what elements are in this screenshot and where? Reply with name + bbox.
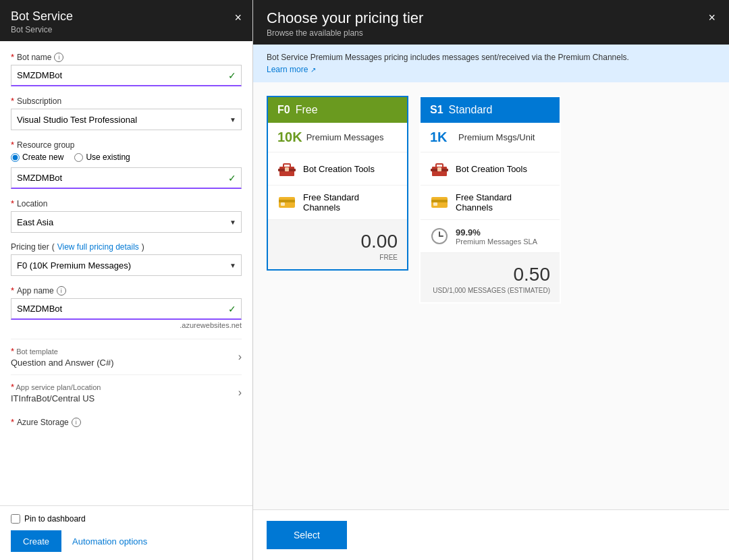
f0-channels-icon — [277, 193, 296, 212]
f0-name-label: Free — [296, 104, 318, 116]
s1-bot-creation-tools: Bot Creation Tools — [421, 152, 560, 186]
create-new-radio[interactable] — [11, 153, 20, 162]
app-service-plan-label: * App service plan/Location — [11, 382, 101, 392]
s1-channels-feature: Free Standard Channels — [421, 186, 560, 220]
resource-group-radio-group: Create new Use existing — [11, 152, 242, 162]
left-panel-subtitle: Bot Service — [11, 25, 73, 34]
svg-rect-5 — [279, 200, 295, 202]
create-new-radio-label[interactable]: Create new — [11, 152, 63, 162]
right-footer: Select — [253, 509, 729, 560]
required-star: * — [11, 52, 14, 62]
use-existing-radio-label[interactable]: Use existing — [74, 152, 130, 162]
bot-name-input[interactable] — [11, 65, 242, 86]
automation-options-button[interactable]: Automation options — [72, 536, 147, 547]
pricing-tier-link[interactable]: View full pricing details — [57, 242, 139, 252]
app-service-plan-left: * App service plan/Location ITInfraBot/C… — [11, 382, 101, 403]
bot-template-label: * Bot template — [11, 346, 113, 356]
info-banner: Bot Service Premium Messages pricing inc… — [253, 45, 729, 82]
pricing-tier-select-wrapper: F0 (10K Premium Messages) S1 (Standard) … — [11, 254, 242, 276]
right-panel: Choose your pricing tier Browse the avai… — [253, 0, 729, 560]
bot-template-left: * Bot template Question and Answer (C#) — [11, 346, 113, 368]
left-panel: Bot Service Bot Service × * Bot name i ✓… — [0, 0, 253, 560]
f0-card[interactable]: F0 Free 10K Premium Messages Bot Creatio… — [267, 96, 408, 271]
left-form-body: * Bot name i ✓ * Subscription Visual Stu… — [0, 41, 252, 505]
s1-price-unit: USD/1,000 MESSAGES (ESTIMATED) — [430, 287, 550, 294]
svg-rect-10 — [437, 167, 441, 171]
right-header-content: Choose your pricing tier Browse the avai… — [267, 9, 423, 38]
s1-name-label: Standard — [449, 104, 493, 116]
right-panel-title: Choose your pricing tier — [267, 9, 423, 27]
s1-toolbox-icon — [430, 159, 449, 178]
app-name-check-icon: ✓ — [228, 304, 236, 314]
s1-premium-badge: 1K — [430, 130, 454, 145]
bot-name-check-icon: ✓ — [228, 70, 236, 81]
footer-buttons: Create Automation options — [11, 530, 242, 552]
app-name-input[interactable] — [11, 298, 242, 320]
bot-name-group: * Bot name i ✓ — [11, 52, 242, 86]
left-panel-title: Bot Service — [11, 9, 73, 24]
bot-name-input-wrapper: ✓ — [11, 65, 242, 86]
s1-sla-text: 99.9% Premium Messages SLA — [456, 227, 537, 246]
app-service-plan-row[interactable]: * App service plan/Location ITInfraBot/C… — [11, 374, 242, 410]
select-button[interactable]: Select — [267, 521, 347, 549]
pricing-tier-select[interactable]: F0 (10K Premium Messages) S1 (Standard) — [11, 254, 242, 276]
left-close-button[interactable]: × — [234, 11, 242, 25]
bot-template-value: Question and Answer (C#) — [11, 358, 113, 368]
s1-premium-label: Premium Msgs/Unit — [458, 132, 535, 142]
f0-toolbox-icon — [277, 159, 296, 178]
create-button[interactable]: Create — [11, 530, 61, 552]
app-name-suffix: .azurewebsites.net — [11, 321, 242, 329]
pricing-tier-label: Pricing tier ( View full pricing details… — [11, 242, 242, 252]
s1-channels-label: Free Standard Channels — [456, 192, 550, 213]
app-name-label: * App name i — [11, 285, 242, 296]
pin-to-dashboard-label: Pin to dashboard — [24, 514, 86, 524]
s1-card-header: S1 Standard — [421, 97, 560, 123]
s1-card[interactable]: S1 Standard 1K Premium Msgs/Unit Bot Cre… — [419, 96, 561, 304]
svg-rect-1 — [284, 164, 290, 167]
svg-rect-8 — [436, 164, 443, 167]
bot-template-row[interactable]: * Bot template Question and Answer (C#) … — [11, 339, 242, 374]
f0-channels-feature: Free Standard Channels — [268, 186, 407, 220]
resource-group-input-wrapper: ✓ — [11, 167, 242, 189]
f0-premium-badge: 10K — [277, 130, 302, 145]
svg-rect-6 — [281, 202, 285, 206]
s1-premium-row: 1K Premium Msgs/Unit — [421, 123, 560, 152]
learn-more-link[interactable]: Learn more ↗ — [267, 65, 316, 74]
location-group: * Location East Asia West US East US Wes… — [11, 198, 242, 233]
use-existing-radio[interactable] — [74, 153, 83, 162]
s1-sla-percent: 99.9% — [456, 227, 537, 237]
s1-sla-icon — [430, 227, 449, 246]
s1-price-section: 0.50 USD/1,000 MESSAGES (ESTIMATED) — [421, 253, 560, 302]
f0-price-value: 0.00 — [277, 231, 398, 252]
f0-tier-label: F0 — [277, 104, 290, 116]
f0-bot-creation-label: Bot Creation Tools — [303, 164, 375, 174]
app-name-info-icon[interactable]: i — [57, 286, 66, 296]
bot-template-arrow: › — [238, 351, 242, 363]
app-name-group: * App name i ✓ .azurewebsites.net — [11, 285, 242, 329]
info-banner-text: Bot Service Premium Messages pricing inc… — [267, 53, 629, 62]
f0-premium-row: 10K Premium Messages — [268, 123, 407, 152]
pin-to-dashboard-checkbox[interactable] — [11, 514, 20, 524]
pricing-tier-group: Pricing tier ( View full pricing details… — [11, 242, 242, 276]
f0-price-section: 0.00 FREE — [268, 220, 407, 269]
f0-channels-label: Free Standard Channels — [303, 192, 398, 213]
pin-to-dashboard-row: Pin to dashboard — [11, 514, 242, 524]
svg-rect-13 — [433, 202, 437, 206]
f0-card-header: F0 Free — [268, 97, 407, 123]
subscription-select-wrapper: Visual Studio Test Professional Pay-As-Y… — [11, 109, 242, 130]
location-select[interactable]: East Asia West US East US West Europe — [11, 211, 242, 233]
svg-rect-12 — [431, 200, 448, 202]
right-close-button[interactable]: × — [708, 11, 716, 25]
right-panel-subtitle: Browse the available plans — [267, 28, 423, 38]
location-select-wrapper: East Asia West US East US West Europe ▼ — [11, 211, 242, 233]
subscription-label: * Subscription — [11, 96, 242, 106]
s1-bot-creation-label: Bot Creation Tools — [456, 164, 527, 174]
subscription-select[interactable]: Visual Studio Test Professional Pay-As-Y… — [11, 109, 242, 130]
resource-group-input[interactable] — [11, 167, 242, 189]
svg-rect-3 — [285, 167, 289, 171]
azure-storage-group: * Azure Storage i — [11, 417, 242, 427]
s1-tier-label: S1 — [430, 104, 443, 116]
azure-storage-info-icon[interactable]: i — [72, 418, 81, 427]
location-label: * Location — [11, 198, 242, 208]
bot-name-info-icon[interactable]: i — [54, 53, 63, 62]
